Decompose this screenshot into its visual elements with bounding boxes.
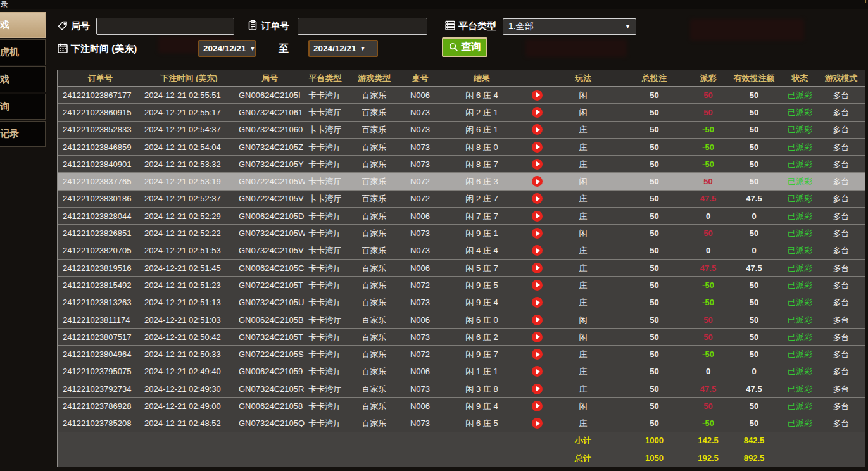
table-row[interactable]: 241221023830186 2024-12-21 02:52:37 GN07… — [58, 191, 865, 208]
table-number: N073 — [403, 333, 437, 341]
game-type: 百家乐 — [346, 419, 403, 427]
play-icon[interactable] — [532, 142, 543, 153]
bet-type: 闲 — [548, 229, 618, 237]
table-row[interactable]: 241221023811174 2024-12-21 02:51:03 GN00… — [58, 311, 865, 329]
round-id: GN07224C2105W — [235, 177, 305, 185]
game-mode: 多台 — [817, 333, 865, 341]
valid-bet: 50 — [726, 281, 783, 289]
play-icon[interactable] — [532, 280, 543, 291]
play-icon[interactable] — [532, 245, 543, 256]
sidebar-item-records[interactable]: 记录 — [0, 121, 46, 147]
payout: 0 — [691, 367, 726, 375]
play-icon[interactable] — [532, 159, 543, 170]
table-row[interactable]: 241221023819516 2024-12-21 02:51:45 GN00… — [58, 260, 865, 277]
table-row[interactable]: 241221023792734 2024-12-21 02:49:30 GN07… — [58, 380, 865, 398]
total-bet: 50 — [618, 367, 691, 375]
game-mode: 多台 — [817, 281, 865, 289]
round-id: GN07324C2105Y — [235, 160, 305, 168]
platform-select[interactable]: 1.全部 ▼ — [503, 18, 636, 35]
platform-type: 卡卡湾厅 — [305, 246, 346, 254]
total-bet: 50 — [618, 385, 691, 393]
table-row[interactable]: 241221023815492 2024-12-21 02:51:23 GN07… — [58, 277, 865, 294]
bet-records-table: 订单号下注时间 (美东)局号平台类型游戏类型桌号结果玩法总投注派彩有效投注额状态… — [57, 70, 865, 467]
play-icon[interactable] — [532, 228, 543, 239]
date-to-picker[interactable]: 2024/12/21 ▼ — [308, 40, 378, 57]
play-icon[interactable] — [532, 211, 543, 222]
round-number-input[interactable] — [96, 18, 234, 35]
play-icon[interactable] — [532, 366, 543, 377]
bet-type: 庄 — [548, 281, 618, 289]
sidebar-item-live-games[interactable]: 戏 — [0, 12, 46, 38]
play-icon[interactable] — [532, 193, 543, 204]
table-row[interactable]: 241221023846859 2024-12-21 02:54:04 GN07… — [58, 139, 865, 156]
table-row[interactable]: 241221023804964 2024-12-21 02:50:33 GN07… — [58, 346, 865, 363]
date-from-picker[interactable]: 2024/12/21 ▼ — [198, 40, 256, 57]
game-mode: 多台 — [817, 316, 865, 324]
order-number: 241221023826851 — [58, 229, 143, 237]
play-cell — [526, 124, 548, 135]
play-icon[interactable] — [532, 401, 543, 411]
summary-payout: 192.5 — [691, 454, 726, 462]
play-icon[interactable] — [532, 349, 543, 360]
play-icon[interactable] — [532, 332, 543, 342]
table-row[interactable]: 241221023820705 2024-12-21 02:51:53 GN07… — [58, 242, 865, 260]
status-badge: 已派彩 — [783, 350, 817, 358]
sidebar: 戏 虎机 戏 询 记录 — [0, 12, 46, 148]
play-icon[interactable] — [532, 90, 543, 101]
play-icon[interactable] — [532, 384, 543, 394]
table-row[interactable]: 241221023828044 2024-12-21 02:52:29 GN00… — [58, 208, 865, 225]
game-mode: 多台 — [817, 298, 865, 306]
sidebar-item-games[interactable]: 戏 — [0, 66, 46, 92]
bet-type: 闲 — [548, 333, 618, 341]
table-row[interactable]: 241221023826851 2024-12-21 02:52:22 GN07… — [58, 225, 865, 242]
table-row[interactable]: 241221023786928 2024-12-21 02:49:00 GN00… — [58, 398, 865, 415]
order-number: 241221023792734 — [58, 385, 143, 393]
table-body: 241221023867177 2024-12-21 02:55:51 GN00… — [58, 87, 865, 432]
table-row[interactable]: 241221023807517 2024-12-21 02:50:42 GN07… — [58, 329, 865, 346]
bet-time: 2024-12-21 02:51:23 — [143, 281, 235, 289]
play-icon[interactable] — [532, 263, 543, 273]
play-icon[interactable] — [532, 107, 543, 118]
table-row[interactable]: 241221023852833 2024-12-21 02:54:37 GN07… — [58, 122, 865, 139]
valid-bet: 50 — [726, 160, 783, 168]
play-icon[interactable] — [532, 124, 543, 135]
table-row[interactable]: 241221023795075 2024-12-21 02:49:40 GN00… — [58, 363, 865, 380]
status-badge: 已派彩 — [783, 402, 817, 410]
total-bet: 50 — [618, 264, 691, 272]
round-id: GN00624C21058 — [235, 402, 305, 410]
platform-type: 卡卡湾厅 — [305, 402, 346, 410]
order-number-input[interactable] — [298, 18, 427, 35]
table-row[interactable]: 241221023840901 2024-12-21 02:53:32 GN07… — [58, 156, 865, 173]
total-bet: 50 — [618, 419, 691, 427]
table-number: N072 — [403, 350, 437, 358]
platform-type: 卡卡湾厅 — [305, 385, 346, 393]
play-icon[interactable] — [532, 418, 543, 429]
table-row[interactable]: 241221023860915 2024-12-21 02:55:17 GN07… — [58, 104, 865, 121]
search-button[interactable]: 查询 — [442, 37, 487, 57]
payout: 50 — [691, 402, 726, 410]
sidebar-item-slots[interactable]: 虎机 — [0, 39, 46, 65]
play-icon[interactable] — [532, 297, 543, 308]
table-row[interactable]: 241221023813263 2024-12-21 02:51:13 GN07… — [58, 294, 865, 311]
valid-bet: 47.5 — [726, 385, 783, 393]
round-id: GN07324C2105Q — [235, 419, 305, 427]
table-number: N073 — [403, 108, 437, 116]
valid-bet: 0 — [726, 367, 783, 375]
order-number-label: 订单号 — [261, 20, 289, 32]
game-mode: 多台 — [817, 419, 865, 427]
table-number: N006 — [403, 367, 437, 375]
table-row[interactable]: 241221023785208 2024-12-21 02:48:52 GN07… — [58, 415, 865, 432]
play-cell — [526, 107, 548, 118]
platform-type-label: 平台类型 — [458, 20, 496, 32]
play-icon[interactable] — [532, 315, 543, 325]
play-cell — [526, 211, 548, 222]
game-mode: 多台 — [817, 194, 865, 203]
play-icon[interactable] — [532, 176, 543, 187]
close-icon[interactable]: + — [864, 0, 867, 4]
table-row[interactable]: 241221023867177 2024-12-21 02:55:51 GN00… — [58, 87, 865, 104]
status-badge: 已派彩 — [783, 367, 817, 375]
table-row[interactable]: 241221023837765 2024-12-21 02:53:19 GN07… — [58, 173, 865, 190]
sidebar-item-query[interactable]: 询 — [0, 94, 46, 120]
round-number-label: 局号 — [71, 20, 90, 32]
bet-type: 庄 — [548, 143, 618, 151]
